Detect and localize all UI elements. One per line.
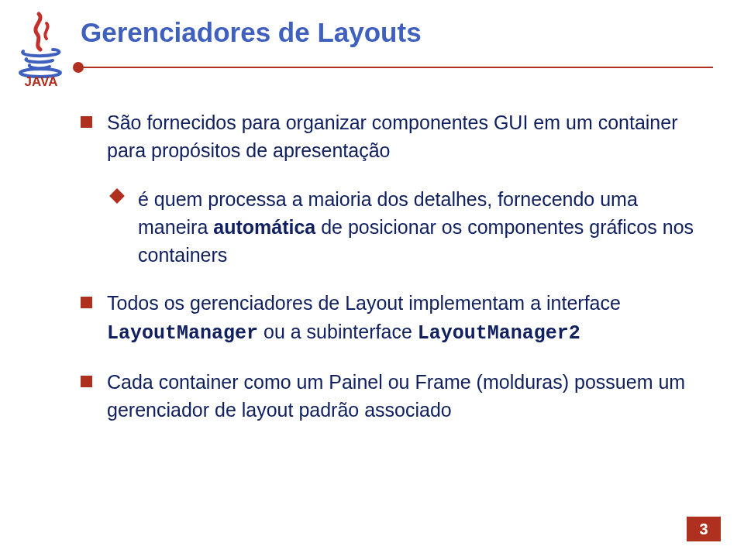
bullet-level1: Cada container como um Painel ou Frame (… xyxy=(81,368,698,424)
bullet-level1: Todos os gerenciadores de Layout impleme… xyxy=(81,289,698,348)
slide-title: Gerenciadores de Layouts xyxy=(81,17,422,48)
slide-body: São fornecidos para organizar componente… xyxy=(81,108,698,444)
slide-header: JAVA Gerenciadores de Layouts xyxy=(0,0,744,93)
bullet-text: São fornecidos para organizar componente… xyxy=(107,112,678,161)
java-logo: JAVA xyxy=(11,11,71,88)
bullet-text: ou a subinterface xyxy=(258,321,418,342)
code-text: LayoutManager xyxy=(107,322,258,345)
header-rule xyxy=(78,67,713,68)
page-number-box: 3 xyxy=(687,517,721,541)
page-number: 3 xyxy=(699,520,708,538)
bullet-text: Todos os gerenciadores de Layout impleme… xyxy=(107,292,621,314)
bullet-level2: é quem processa a maioria dos detalhes, … xyxy=(81,185,698,270)
bullet-text: Cada container como um Painel ou Frame (… xyxy=(107,371,685,421)
bold-text: automática xyxy=(213,216,315,238)
svg-text:JAVA: JAVA xyxy=(25,74,58,88)
slide: JAVA Gerenciadores de Layouts São fornec… xyxy=(0,0,744,560)
code-text: LayoutManager2 xyxy=(418,322,580,345)
bullet-level1: São fornecidos para organizar componente… xyxy=(81,108,698,165)
